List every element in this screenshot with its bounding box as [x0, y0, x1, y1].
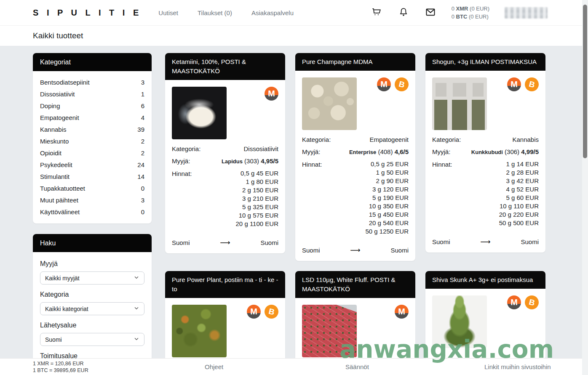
payment-icons: M	[395, 305, 409, 319]
category-item-k-ytt-v-lineet[interactable]: Käyttövälineet0	[40, 206, 144, 218]
category-row-label: Kategoria:	[172, 144, 200, 153]
category-count: 39	[137, 125, 144, 134]
prices-row-label: Hinnat:	[302, 160, 322, 236]
monero-icon: M	[395, 305, 409, 319]
footer-link-linkit-muihin-sivustoihin[interactable]: Linkit muihin sivustoihin	[484, 363, 551, 370]
category-item-empatogeenit[interactable]: Empatogeenit4	[40, 112, 144, 123]
select-value: Suomi	[45, 336, 62, 343]
seller-row-label: Myyjä:	[302, 147, 320, 157]
product-card: LSD 110µg, White Fluff. POSTI & MAASTOKÄ…	[295, 271, 415, 369]
monero-icon: M	[247, 305, 261, 319]
product-image[interactable]	[432, 77, 487, 130]
category-count: 2	[141, 137, 144, 146]
product-title[interactable]: Ketamiini, 100%, POSTI & MAASTOKÄTKÖ	[165, 53, 285, 80]
product-seller[interactable]: Enterprise (408) 4,6/5	[349, 147, 409, 157]
payment-icons: MB	[507, 77, 539, 91]
category-label: Bentsodiatsepiinit	[40, 78, 90, 87]
price-line: 2 g 90 EUR	[365, 177, 409, 185]
category-count: 3	[141, 78, 144, 87]
footer-link-s-nn-t[interactable]: Säännöt	[345, 363, 369, 370]
messages-button[interactable]	[425, 7, 436, 19]
category-label: Dissosiatiivit	[40, 90, 75, 98]
category-item-kannabis[interactable]: Kannabis39	[40, 123, 144, 135]
category-item-dissosiatiivit[interactable]: Dissosiatiivit1	[40, 88, 144, 100]
price-line: 2 g 28 EUR	[499, 168, 539, 177]
category-count: 2	[141, 149, 144, 157]
price-line: 15 g 450 EUR	[365, 210, 409, 219]
seller-row-label: Myyjä:	[432, 147, 450, 157]
categories-panel-title: Kategoriat	[33, 53, 152, 71]
product-title[interactable]: Pure Power Plant, postiin ma - ti - ke -…	[165, 271, 285, 298]
category-item-stimulantit[interactable]: Stimulantit14	[40, 170, 144, 182]
select-l-hetysalue[interactable]: Suomi	[40, 333, 144, 346]
category-count: 14	[137, 172, 144, 181]
notifications-button[interactable]	[398, 7, 409, 19]
category-item-opioidit[interactable]: Opioidit2	[40, 147, 144, 159]
category-item-bentsodiatsepiinit[interactable]: Bentsodiatsepiinit3	[40, 76, 144, 88]
category-count: 1	[141, 90, 144, 98]
price-line: 1 g 14 EUR	[499, 160, 539, 168]
product-image[interactable]	[432, 295, 487, 348]
category-label: Empatogeenit	[40, 113, 79, 122]
product-category[interactable]: Dissosiatiivit	[243, 144, 278, 153]
scrollbar-thumb[interactable]	[583, 5, 587, 158]
category-count: 6	[141, 101, 144, 110]
username-redacted[interactable]	[505, 7, 548, 19]
wallet-balances[interactable]: 0 XMR (0 EUR)0 BTC (0 EUR)	[452, 5, 489, 21]
price-line: 20 g 540 EUR	[365, 219, 409, 227]
category-label: Doping	[40, 101, 60, 110]
category-count: 0	[141, 207, 144, 216]
nav-asiakaspalvelu[interactable]: Asiakaspalvelu	[251, 9, 294, 16]
category-label: Kannabis	[40, 125, 67, 134]
cart-button[interactable]	[371, 7, 382, 19]
price-line: 50 g 500 EUR	[499, 219, 539, 227]
product-image[interactable]	[302, 77, 357, 130]
product-image[interactable]	[172, 87, 227, 139]
category-item-doping[interactable]: Doping6	[40, 100, 144, 112]
ship-from: Suomi	[302, 247, 320, 254]
balance-line: 0 XMR (0 EUR)	[452, 5, 489, 13]
product-title[interactable]: Shiva Skunk A+ 3g+ ei postimaksua	[425, 271, 545, 289]
select-myyj[interactable]: Kaikki myyjät	[40, 271, 144, 285]
product-image[interactable]	[302, 305, 357, 357]
category-item-mieskunto[interactable]: Mieskunto2	[40, 135, 144, 147]
nav-uutiset[interactable]: Uutiset	[158, 9, 178, 16]
product-seller[interactable]: Lapidus (303) 4,95/5	[222, 157, 278, 166]
nav-tilaukset-0[interactable]: Tilaukset (0)	[198, 9, 232, 16]
product-seller[interactable]: Kunkkubudi (306) 4,99/5	[471, 147, 539, 157]
category-label: Psykedeelit	[40, 160, 72, 169]
product-category[interactable]: Kannabis	[512, 135, 539, 144]
page-title: Kaikki tuotteet	[33, 31, 83, 40]
category-item-psykedeelit[interactable]: Psykedeelit24	[40, 159, 144, 170]
category-count: 24	[137, 160, 144, 169]
site-logo[interactable]: S I P U L I T I E	[33, 8, 142, 18]
price-line: 4 g 52 EUR	[499, 185, 539, 194]
category-label: Stimulantit	[40, 172, 69, 181]
product-title[interactable]: Pure Champagne MDMA	[295, 53, 415, 71]
shipping-row: Suomi⟶Suomi	[172, 238, 278, 247]
category-row-label: Kategoria:	[432, 135, 461, 144]
footer-link-ohjeet[interactable]: Ohjeet	[205, 363, 223, 370]
price-line: 10 g 575 EUR	[236, 211, 278, 220]
category-row-label: Kategoria:	[302, 135, 331, 144]
field-label-l-hetysalue: Lähetysalue	[40, 322, 144, 329]
shipping-row: Suomi⟶Suomi	[432, 237, 539, 246]
category-item-muut-p-ihteet[interactable]: Muut päihteet3	[40, 194, 144, 206]
product-title[interactable]: Shogun, +3g ILMAN POSTIMAKSUA	[425, 53, 545, 71]
select-value: Kaikki myyjät	[45, 275, 80, 282]
ship-to: Suomi	[521, 238, 539, 245]
price-line: 10 g 110 EUR	[499, 202, 539, 210]
product-image[interactable]	[172, 305, 227, 357]
cart-icon	[371, 7, 382, 19]
rate-line: 1 BTC = 39895,69 EUR	[33, 367, 88, 374]
select-kategoria[interactable]: Kaikki kategoriat	[40, 302, 144, 315]
category-item-tupakkatuotteet[interactable]: Tupakkatuotteet0	[40, 182, 144, 194]
select-value: Kaikki kategoriat	[45, 306, 88, 312]
product-title[interactable]: LSD 110µg, White Fluff. POSTI & MAASTOKÄ…	[295, 271, 415, 298]
right-arrow-icon: ⟶	[220, 238, 230, 247]
bottom-bar: 1 XMR = 120,86 EUR1 BTC = 39895,69 EUR O…	[0, 358, 582, 375]
payment-icons: MB	[247, 305, 278, 319]
seller-row-label: Myyjä:	[172, 157, 190, 166]
price-line: 0,5 g 45 EUR	[236, 169, 278, 178]
product-category[interactable]: Empatogeenit	[369, 135, 409, 144]
